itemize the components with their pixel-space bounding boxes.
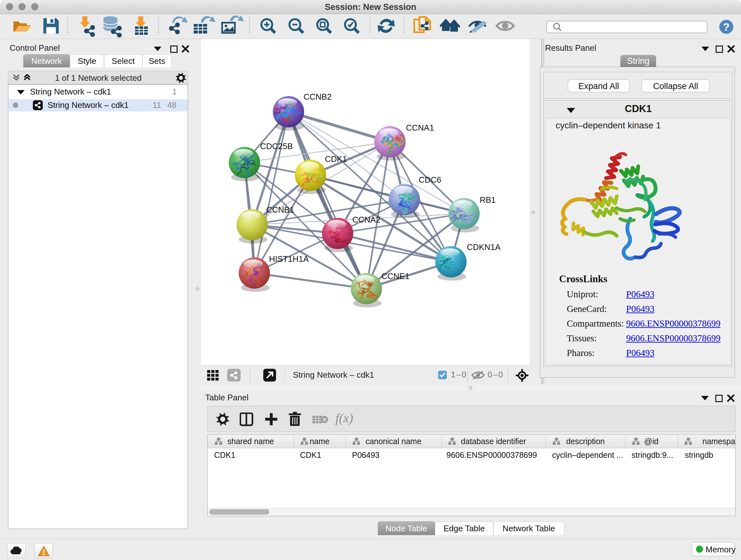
svg-text:CCNB2: CCNB2: [304, 92, 332, 102]
svg-text:RB1: RB1: [480, 195, 496, 205]
svg-text:CDK1: CDK1: [325, 154, 347, 164]
svg-text:CCNB1: CCNB1: [266, 205, 294, 214]
svg-text:CDC6: CDC6: [419, 175, 441, 185]
svg-text:CCNE1: CCNE1: [381, 271, 409, 281]
svg-text:HIST1H1A: HIST1H1A: [269, 254, 309, 264]
svg-text:?: ?: [723, 21, 730, 33]
svg-text:CDKN1A: CDKN1A: [467, 242, 501, 252]
svg-text:CCNA2: CCNA2: [352, 215, 381, 225]
svg-text:CCNA1: CCNA1: [406, 123, 434, 132]
svg-text:CDC25B: CDC25B: [260, 141, 293, 151]
